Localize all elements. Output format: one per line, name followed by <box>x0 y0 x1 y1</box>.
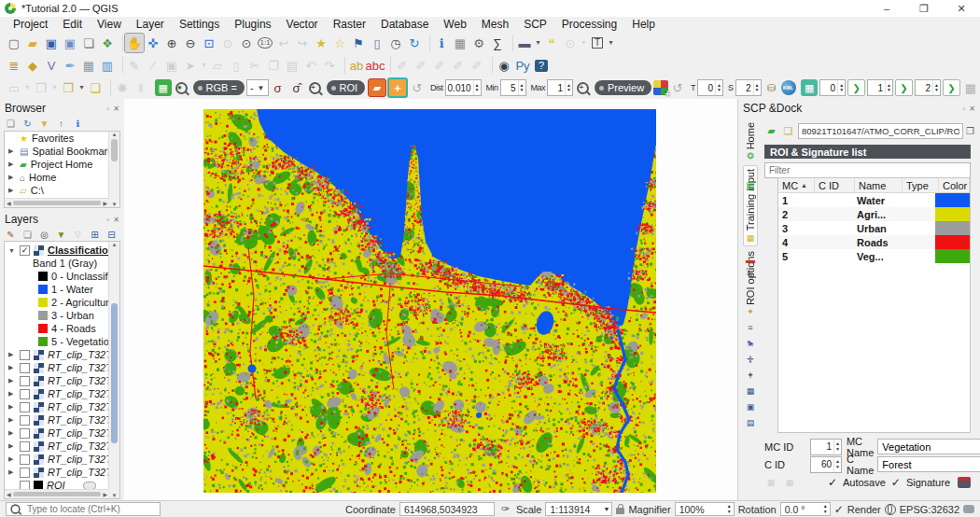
scp-zoom-preview-icon[interactable]: + <box>574 78 593 97</box>
scp-zoom-roi-icon[interactable]: + <box>306 78 325 97</box>
rotation-spinner[interactable]: 0.0 °▲▼ <box>780 502 831 516</box>
c-id-spinner[interactable]: 60▲▼ <box>810 456 842 473</box>
menu-item[interactable]: Layer <box>129 18 172 31</box>
layer-item-raster[interactable]: ▶ RT_clip_T32TPR_ <box>5 440 109 453</box>
scp-class-spinner-0[interactable]: 0▲▼ <box>819 79 846 96</box>
scp-temporary-roi-db-icon[interactable]: ⛁ <box>763 79 780 96</box>
scp-delete-row-icon[interactable]: ▬ <box>744 254 758 267</box>
dropdown-caret-icon[interactable]: ▾ <box>50 78 59 97</box>
scp-move-up-icon[interactable]: ↑ <box>744 370 758 383</box>
open-attribute-tables-icon[interactable]: ❐ <box>59 78 77 97</box>
scp-dist-spinner[interactable]: 0.010▲▼ <box>445 79 482 96</box>
column-header-color[interactable]: Color <box>939 178 970 192</box>
messages-icon[interactable] <box>963 505 974 513</box>
scp-tool-tab-7-icon[interactable]: ▤ <box>743 416 758 430</box>
layer-checkbox[interactable] <box>20 376 30 386</box>
menu-item[interactable]: Processing <box>554 18 624 31</box>
help-icon[interactable]: ? <box>532 56 551 75</box>
browser-collapse-all-icon[interactable]: ↑ <box>54 117 68 131</box>
scp-plugin-icon[interactable]: ◉ <box>495 56 513 75</box>
zoom-in-icon[interactable]: ⊕ <box>162 34 181 52</box>
new-spatialite-layer-icon[interactable]: ✒ <box>61 56 79 75</box>
scp-import-spectral-icon[interactable]: ▦ <box>744 179 758 192</box>
signature-calculation-icon[interactable] <box>958 477 971 488</box>
scp-t-spinner[interactable]: 0▲▼ <box>697 79 723 96</box>
scp-step-button-2[interactable]: ❯ <box>895 79 913 96</box>
layer-item-classification[interactable]: ▼ ✓ Classification <box>5 244 109 257</box>
layer-checkbox[interactable] <box>20 415 30 426</box>
signature-color-swatch[interactable] <box>935 207 970 221</box>
scp-library-icon[interactable]: ⌂ <box>744 195 758 208</box>
minimize-button[interactable]: – <box>868 0 905 17</box>
layer-checkbox[interactable] <box>20 454 30 465</box>
new-bookmark-icon[interactable]: ★ <box>312 34 330 52</box>
column-header-name[interactable]: Name <box>855 178 903 192</box>
pan-to-selection-icon[interactable]: ✜ <box>144 34 162 52</box>
dropdown-caret-icon[interactable]: ▾ <box>580 34 588 52</box>
layer-checkbox[interactable] <box>20 468 30 478</box>
browser-float-icon[interactable]: ▫ <box>106 105 109 113</box>
label-toolbar-4-icon[interactable]: ✐ <box>449 56 468 75</box>
layer-item-raster[interactable]: ▶ RT_clip_T32TPR_ <box>5 466 109 479</box>
save-project-as-icon[interactable]: ▣ <box>61 34 79 52</box>
browser-vscrollbar[interactable]: ▲▼ <box>108 132 119 207</box>
new-geopackage-layer-icon[interactable]: ◆ <box>23 56 42 75</box>
scp-bandset-icon[interactable]: ▦ <box>155 79 172 96</box>
zoom-to-layer-icon[interactable]: ⊙ <box>237 34 256 52</box>
signature-table-row[interactable]: 2 Agri... <box>778 207 970 221</box>
layer-checkbox[interactable] <box>20 350 30 360</box>
data-source-manager-icon[interactable]: ≣ <box>5 56 23 75</box>
layer-item-raster[interactable]: ▶ RT_clip_T32TPR_ <box>5 387 109 400</box>
scp-tool-tab-6-icon[interactable]: ▣ <box>743 400 758 414</box>
add-group-icon[interactable]: ❏ <box>21 228 35 242</box>
tab-home[interactable]: Home ❂ <box>744 119 757 163</box>
signature-color-swatch[interactable] <box>935 193 970 207</box>
signature-color-swatch[interactable] <box>935 235 970 249</box>
scp-move-down-icon[interactable]: ↓ <box>744 354 758 367</box>
bookmark-ribbon-icon[interactable]: ⚑ <box>349 34 368 52</box>
zoom-to-selection-icon[interactable]: ⊙ <box>218 34 237 52</box>
scp-roi-polygon-icon[interactable]: ▰ <box>368 78 386 97</box>
autosave-checkbox[interactable]: ✓ <box>828 476 837 489</box>
lock-scale-icon[interactable] <box>616 508 624 514</box>
layer-checkbox[interactable] <box>20 389 30 399</box>
layers-hscrollbar[interactable]: ◀▶ <box>5 489 109 498</box>
open-project-icon[interactable]: ▰ <box>23 34 42 52</box>
browser-tree-item[interactable]: ★ Favorites <box>5 132 109 145</box>
new-shapefile-layer-icon[interactable]: V <box>42 56 61 75</box>
signature-table-row[interactable]: 1 Water <box>778 193 970 207</box>
scp-open-training-icon[interactable]: ▰ <box>764 124 778 138</box>
scp-misc-1-icon[interactable]: ▦ <box>764 473 777 492</box>
scp-zoom-bandset-icon[interactable]: ● <box>173 78 191 97</box>
mc-name-input[interactable] <box>877 439 980 454</box>
layers-float-icon[interactable]: ▫ <box>106 216 109 224</box>
coordinate-input[interactable]: 614968,5034923 <box>399 502 495 516</box>
browser-filter-icon[interactable]: ▼ <box>37 117 51 131</box>
dropdown-caret-icon[interactable]: ▾ <box>77 78 86 97</box>
scp-rgb-combo[interactable]: -▼ <box>246 79 269 96</box>
label-toolbar-1-icon[interactable]: ✐ <box>393 56 412 75</box>
signature-checkbox[interactable]: ✓ <box>891 476 901 489</box>
scp-roi-undo-icon[interactable]: ↺ <box>408 78 427 97</box>
copy-features-icon[interactable]: ❐ <box>264 56 283 75</box>
browser-tree-item[interactable]: ▶ ⌂ Home <box>5 171 109 184</box>
scp-tool-tab-5-icon[interactable]: ▦ <box>743 384 758 398</box>
column-header-type[interactable]: Type <box>903 178 939 192</box>
signature-color-swatch[interactable] <box>935 249 970 263</box>
scp-classification-bandset-icon[interactable]: ▦ <box>801 79 818 96</box>
pan-map-icon[interactable]: ✋ <box>125 34 144 52</box>
browser-tree-item[interactable]: ▶ ▰ Project Home <box>5 158 109 171</box>
menu-item[interactable]: SCP <box>516 18 554 31</box>
kml-export-icon[interactable]: KML <box>781 80 796 95</box>
maximize-button[interactable]: ❐ <box>905 0 943 17</box>
dropdown-caret-icon[interactable]: ▾ <box>607 34 615 52</box>
layers-vscrollbar[interactable]: ▲▼ <box>108 242 119 498</box>
close-button[interactable]: ✕ <box>943 0 980 17</box>
map-canvas[interactable] <box>203 109 656 493</box>
signature-filter-input[interactable] <box>764 162 971 178</box>
scp-roi-pointer-button[interactable]: + <box>387 77 408 98</box>
render-checkbox[interactable]: ✓ <box>834 503 844 516</box>
layer-item-raster[interactable]: ▶ RT_clip_T32TPR_ <box>5 426 109 440</box>
style-manager-icon[interactable]: ❖ <box>98 34 117 52</box>
layers-close-icon[interactable]: ✕ <box>113 216 119 224</box>
